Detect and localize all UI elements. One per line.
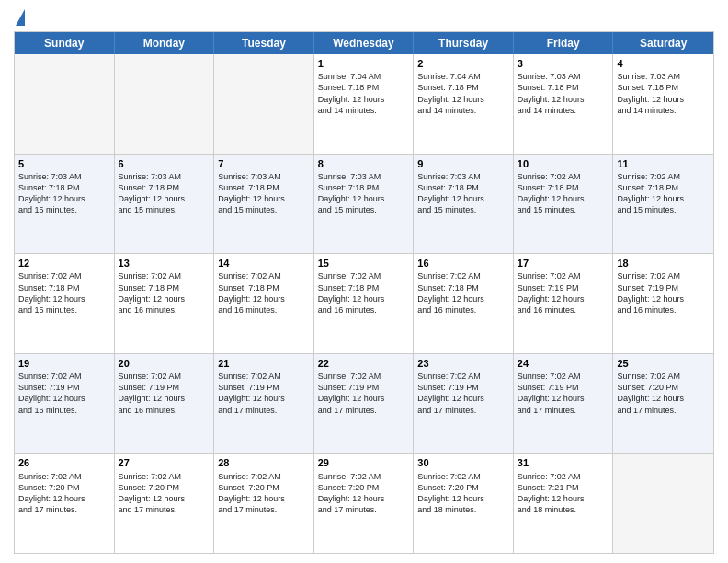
- cell-info: Sunrise: 7:02 AM Sunset: 7:18 PM Dayligh…: [417, 270, 509, 316]
- calendar-cell: 9Sunrise: 7:03 AM Sunset: 7:18 PM Daylig…: [414, 155, 514, 254]
- cell-info: Sunrise: 7:03 AM Sunset: 7:18 PM Dayligh…: [417, 171, 509, 216]
- header-day: Thursday: [414, 32, 514, 54]
- day-number: 17: [518, 257, 609, 270]
- calendar-cell: 14Sunrise: 7:02 AM Sunset: 7:18 PM Dayli…: [214, 254, 314, 353]
- calendar-cell: 15Sunrise: 7:02 AM Sunset: 7:18 PM Dayli…: [314, 254, 415, 353]
- cell-info: Sunrise: 7:02 AM Sunset: 7:18 PM Dayligh…: [518, 171, 609, 216]
- calendar-cell: 18Sunrise: 7:02 AM Sunset: 7:19 PM Dayli…: [613, 254, 713, 353]
- day-number: 25: [617, 357, 710, 370]
- calendar-cell: 5Sunrise: 7:03 AM Sunset: 7:18 PM Daylig…: [15, 155, 115, 254]
- calendar: SundayMondayTuesdayWednesdayThursdayFrid…: [14, 31, 714, 554]
- cell-info: Sunrise: 7:02 AM Sunset: 7:18 PM Dayligh…: [318, 270, 410, 316]
- day-number: 18: [617, 257, 710, 270]
- cell-info: Sunrise: 7:02 AM Sunset: 7:19 PM Dayligh…: [617, 270, 710, 316]
- calendar-cell: [214, 54, 314, 154]
- calendar-body: 1Sunrise: 7:04 AM Sunset: 7:18 PM Daylig…: [15, 54, 713, 553]
- cell-info: Sunrise: 7:02 AM Sunset: 7:20 PM Dayligh…: [218, 471, 310, 516]
- calendar-cell: 28Sunrise: 7:02 AM Sunset: 7:20 PM Dayli…: [214, 454, 314, 553]
- calendar-cell: [15, 54, 115, 154]
- day-number: 9: [417, 157, 509, 170]
- calendar-row: 1Sunrise: 7:04 AM Sunset: 7:18 PM Daylig…: [15, 54, 713, 155]
- day-number: 28: [218, 456, 310, 469]
- cell-info: Sunrise: 7:03 AM Sunset: 7:18 PM Dayligh…: [18, 171, 110, 216]
- calendar-cell: 22Sunrise: 7:02 AM Sunset: 7:19 PM Dayli…: [314, 354, 415, 454]
- cell-info: Sunrise: 7:03 AM Sunset: 7:18 PM Dayligh…: [218, 171, 310, 216]
- calendar-cell: 12Sunrise: 7:02 AM Sunset: 7:18 PM Dayli…: [15, 254, 115, 353]
- day-number: 23: [417, 357, 509, 370]
- cell-info: Sunrise: 7:03 AM Sunset: 7:18 PM Dayligh…: [617, 71, 710, 116]
- day-number: 5: [18, 157, 110, 170]
- header-day: Monday: [115, 32, 215, 54]
- calendar-cell: 8Sunrise: 7:03 AM Sunset: 7:18 PM Daylig…: [314, 155, 415, 254]
- day-number: 13: [119, 257, 210, 270]
- calendar-cell: 31Sunrise: 7:02 AM Sunset: 7:21 PM Dayli…: [514, 454, 614, 553]
- cell-info: Sunrise: 7:03 AM Sunset: 7:18 PM Dayligh…: [119, 171, 210, 216]
- day-number: 26: [18, 456, 110, 469]
- day-number: 8: [318, 157, 410, 170]
- page: SundayMondayTuesdayWednesdayThursdayFrid…: [0, 0, 728, 563]
- day-number: 19: [18, 357, 110, 370]
- cell-info: Sunrise: 7:03 AM Sunset: 7:18 PM Dayligh…: [518, 71, 609, 116]
- day-number: 11: [617, 157, 710, 170]
- calendar-cell: 6Sunrise: 7:03 AM Sunset: 7:18 PM Daylig…: [115, 155, 215, 254]
- cell-info: Sunrise: 7:02 AM Sunset: 7:20 PM Dayligh…: [318, 471, 410, 516]
- day-number: 30: [417, 456, 509, 469]
- calendar-cell: 27Sunrise: 7:02 AM Sunset: 7:20 PM Dayli…: [115, 454, 215, 553]
- cell-info: Sunrise: 7:02 AM Sunset: 7:19 PM Dayligh…: [119, 371, 210, 416]
- calendar-cell: 3Sunrise: 7:03 AM Sunset: 7:18 PM Daylig…: [514, 54, 614, 154]
- day-number: 27: [119, 456, 210, 469]
- calendar-cell: 26Sunrise: 7:02 AM Sunset: 7:20 PM Dayli…: [15, 454, 115, 553]
- calendar-header: SundayMondayTuesdayWednesdayThursdayFrid…: [15, 32, 713, 54]
- calendar-cell: 16Sunrise: 7:02 AM Sunset: 7:18 PM Dayli…: [414, 254, 514, 353]
- calendar-cell: 11Sunrise: 7:02 AM Sunset: 7:18 PM Dayli…: [613, 155, 713, 254]
- calendar-row: 5Sunrise: 7:03 AM Sunset: 7:18 PM Daylig…: [15, 155, 713, 255]
- cell-info: Sunrise: 7:02 AM Sunset: 7:19 PM Dayligh…: [518, 371, 609, 416]
- calendar-cell: 23Sunrise: 7:02 AM Sunset: 7:19 PM Dayli…: [414, 354, 514, 454]
- cell-info: Sunrise: 7:02 AM Sunset: 7:19 PM Dayligh…: [518, 270, 609, 316]
- day-number: 4: [617, 57, 710, 70]
- cell-info: Sunrise: 7:02 AM Sunset: 7:19 PM Dayligh…: [417, 371, 509, 416]
- day-number: 10: [518, 157, 609, 170]
- calendar-cell: 13Sunrise: 7:02 AM Sunset: 7:18 PM Dayli…: [115, 254, 215, 353]
- day-number: 2: [417, 57, 509, 70]
- cell-info: Sunrise: 7:02 AM Sunset: 7:18 PM Dayligh…: [617, 171, 710, 216]
- cell-info: Sunrise: 7:02 AM Sunset: 7:20 PM Dayligh…: [119, 471, 210, 516]
- calendar-row: 19Sunrise: 7:02 AM Sunset: 7:19 PM Dayli…: [15, 354, 713, 454]
- day-number: 1: [318, 57, 410, 70]
- calendar-cell: 4Sunrise: 7:03 AM Sunset: 7:18 PM Daylig…: [613, 54, 713, 154]
- day-number: 31: [518, 456, 609, 469]
- calendar-cell: 19Sunrise: 7:02 AM Sunset: 7:19 PM Dayli…: [15, 354, 115, 454]
- day-number: 29: [318, 456, 410, 469]
- day-number: 3: [518, 57, 609, 70]
- calendar-cell: 29Sunrise: 7:02 AM Sunset: 7:20 PM Dayli…: [314, 454, 415, 553]
- cell-info: Sunrise: 7:02 AM Sunset: 7:18 PM Dayligh…: [18, 270, 110, 316]
- day-number: 24: [518, 357, 609, 370]
- calendar-cell: 1Sunrise: 7:04 AM Sunset: 7:18 PM Daylig…: [314, 54, 415, 154]
- cell-info: Sunrise: 7:02 AM Sunset: 7:21 PM Dayligh…: [518, 471, 609, 516]
- calendar-row: 26Sunrise: 7:02 AM Sunset: 7:20 PM Dayli…: [15, 454, 713, 553]
- day-number: 15: [318, 257, 410, 270]
- header-day: Tuesday: [214, 32, 314, 54]
- calendar-cell: 10Sunrise: 7:02 AM Sunset: 7:18 PM Dayli…: [514, 155, 614, 254]
- calendar-cell: 17Sunrise: 7:02 AM Sunset: 7:19 PM Dayli…: [514, 254, 614, 353]
- header: [14, 9, 714, 26]
- calendar-cell: 25Sunrise: 7:02 AM Sunset: 7:20 PM Dayli…: [613, 354, 713, 454]
- cell-info: Sunrise: 7:02 AM Sunset: 7:20 PM Dayligh…: [18, 471, 110, 516]
- logo: [14, 9, 25, 26]
- cell-info: Sunrise: 7:03 AM Sunset: 7:18 PM Dayligh…: [318, 171, 410, 216]
- cell-info: Sunrise: 7:02 AM Sunset: 7:18 PM Dayligh…: [218, 270, 310, 316]
- day-number: 21: [218, 357, 310, 370]
- logo-triangle-icon: [16, 9, 25, 26]
- cell-info: Sunrise: 7:02 AM Sunset: 7:19 PM Dayligh…: [318, 371, 410, 416]
- cell-info: Sunrise: 7:04 AM Sunset: 7:18 PM Dayligh…: [318, 71, 410, 116]
- day-number: 20: [119, 357, 210, 370]
- header-day: Friday: [514, 32, 614, 54]
- day-number: 14: [218, 257, 310, 270]
- day-number: 12: [18, 257, 110, 270]
- cell-info: Sunrise: 7:02 AM Sunset: 7:18 PM Dayligh…: [119, 270, 210, 316]
- calendar-cell: [613, 454, 713, 553]
- calendar-row: 12Sunrise: 7:02 AM Sunset: 7:18 PM Dayli…: [15, 254, 713, 354]
- cell-info: Sunrise: 7:04 AM Sunset: 7:18 PM Dayligh…: [417, 71, 509, 116]
- day-number: 6: [119, 157, 210, 170]
- header-day: Saturday: [613, 32, 713, 54]
